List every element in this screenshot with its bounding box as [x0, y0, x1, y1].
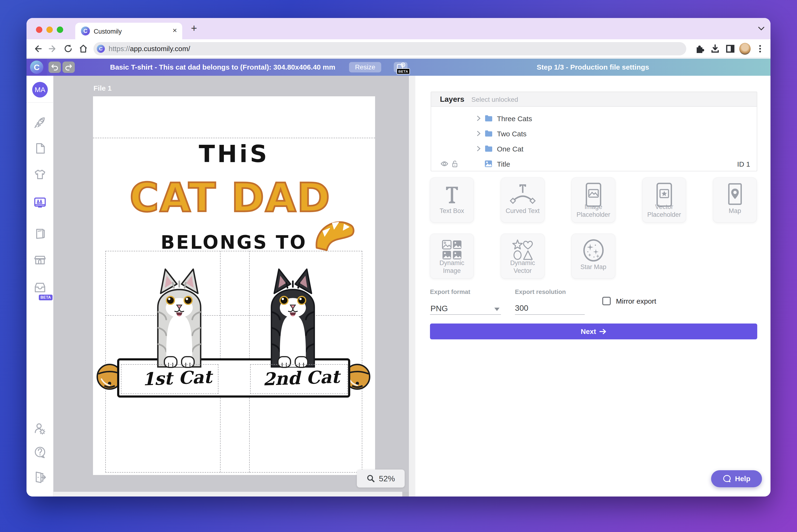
map-icon [725, 183, 744, 207]
tab-search-chevron-icon[interactable] [757, 25, 765, 31]
export-format-label: Export format [430, 288, 470, 296]
maximize-window-button[interactable] [57, 26, 63, 33]
launch-rocket-icon[interactable] [33, 116, 46, 129]
chevron-right-icon[interactable] [476, 130, 482, 136]
avatar-photo [739, 43, 751, 55]
tool-text-box[interactable]: Text Box [430, 177, 474, 223]
tool-dynamic-image[interactable]: Dynamic Image [430, 233, 474, 279]
visibility-eye-icon[interactable] [441, 161, 448, 167]
home-button[interactable] [78, 43, 89, 54]
next-label: Next [581, 327, 596, 336]
curved-text-icon [510, 183, 536, 206]
templates-file-icon[interactable] [33, 142, 46, 155]
cat1-name-placeholder-guide [121, 364, 219, 394]
resize-button[interactable]: Resize [349, 62, 381, 72]
profile-avatar[interactable] [739, 43, 751, 54]
store-icon[interactable] [33, 253, 46, 266]
desktop-background: C Customily × + C [0, 0, 797, 532]
tool-image-placeholder[interactable]: Image Placeholder [571, 177, 615, 223]
layer-label[interactable]: Three Cats [497, 115, 532, 123]
tool-label: Dynamic Vector [502, 259, 543, 275]
layers-panel: Layers Select unlocked Three Cats Two Ca… [431, 92, 757, 171]
tool-dynamic-vector[interactable]: Dynamic Vector [501, 233, 545, 279]
folder-icon [485, 115, 493, 122]
canvas-horizontal-scrollbar[interactable] [54, 492, 415, 496]
account-avatar[interactable]: MA [32, 82, 48, 97]
products-tshirt-icon[interactable] [33, 168, 46, 181]
export-resolution-input[interactable] [515, 302, 585, 315]
browser-tab[interactable]: C Customily × [75, 23, 182, 39]
help-bubble-icon[interactable] [33, 446, 46, 459]
canvas-vertical-scrollbar[interactable] [409, 76, 415, 492]
mirror-export-checkbox[interactable] [602, 297, 611, 305]
unlock-icon[interactable] [452, 160, 458, 168]
new-file-beta-button[interactable]: BETA [394, 62, 407, 72]
catalog-icon[interactable] [33, 227, 46, 240]
browser-tab-bar: C Customily × + [26, 18, 771, 39]
tool-star-map[interactable]: Star Map [571, 233, 615, 279]
folder-icon [485, 130, 493, 137]
guide-line-top [93, 138, 375, 138]
address-bar[interactable]: C https://app.customily.com/ [93, 42, 686, 55]
new-tab-button[interactable]: + [191, 22, 197, 34]
zoom-indicator[interactable]: 52% [357, 470, 405, 488]
tool-vector-placeholder[interactable]: Vector Placeholder [642, 177, 686, 223]
account-settings-icon[interactable] [33, 422, 46, 435]
orders-inbox-icon[interactable] [33, 281, 46, 294]
text-box-icon [441, 183, 463, 206]
tab-title: Customily [94, 28, 122, 35]
artboard[interactable]: THiS CAT DAD BELONGS TO [93, 96, 375, 475]
layer-label[interactable]: One Cat [497, 145, 524, 153]
browser-menu-icon[interactable] [754, 43, 766, 54]
tab-close-icon[interactable]: × [172, 26, 177, 35]
zoom-value: 52% [379, 474, 395, 483]
export-resolution-label: Export resolution [515, 288, 566, 296]
tool-curved-text[interactable]: Curved Text [501, 177, 545, 223]
layer-row-one-cat[interactable]: One Cat [431, 141, 757, 156]
extensions-icon[interactable] [694, 43, 705, 54]
design-editor-icon[interactable] [33, 196, 46, 209]
select-unlocked-hint[interactable]: Select unlocked [471, 96, 518, 103]
arrow-right-icon [600, 328, 607, 335]
refresh-button[interactable] [62, 43, 74, 54]
step-title: Step 1/3 - Production file settings [415, 63, 771, 71]
production-settings-panel: Layers Select unlocked Three Cats Two Ca… [415, 76, 771, 496]
undo-button[interactable] [49, 61, 61, 73]
cat-illustration-gray[interactable] [144, 264, 214, 369]
cat2-name-placeholder-guide [250, 364, 348, 394]
help-button[interactable]: Help [711, 470, 762, 487]
layer-label[interactable]: Two Cats [497, 130, 527, 138]
app-main: MA [26, 76, 771, 496]
back-button[interactable] [32, 43, 43, 54]
layer-row-title[interactable]: Title ID 1 [431, 156, 757, 172]
chevron-right-icon[interactable] [476, 146, 482, 152]
design-text-belongs-to[interactable]: BELONGS TO [105, 232, 362, 253]
close-window-button[interactable] [36, 26, 42, 33]
file-label: File 1 [93, 84, 112, 92]
tool-label: Vector Placeholder [644, 203, 684, 219]
dropdown-caret-icon [494, 308, 499, 311]
forward-button[interactable] [47, 43, 59, 54]
layer-row-three-cats[interactable]: Three Cats [431, 111, 757, 126]
redo-button[interactable] [62, 61, 75, 73]
downloads-icon[interactable] [709, 43, 721, 54]
chevron-right-icon[interactable] [476, 115, 482, 121]
side-panel-icon[interactable] [725, 43, 736, 54]
design-canvas[interactable]: File 1 THiS CAT DAD BELONGS TO [54, 76, 415, 496]
customily-favicon-icon: C [81, 26, 90, 36]
customily-logo[interactable]: C [26, 59, 47, 76]
next-button[interactable]: Next [430, 323, 757, 339]
url-text: https://app.customily.com/ [109, 45, 190, 53]
cat-illustration-black[interactable] [258, 264, 328, 369]
layer-label[interactable]: Title [497, 160, 510, 168]
design-text-this[interactable]: THiS [93, 140, 375, 168]
tool-map[interactable]: Map [713, 177, 757, 223]
export-format-select[interactable]: PNG [430, 302, 501, 315]
image-layer-icon [485, 160, 492, 167]
layers-header: Layers Select unlocked [431, 92, 757, 107]
logout-icon[interactable] [33, 471, 46, 484]
browser-window: C Customily × + C [26, 18, 771, 496]
minimize-window-button[interactable] [46, 26, 53, 33]
design-text-cat-dad[interactable]: CAT DAD [93, 174, 367, 221]
layer-row-two-cats[interactable]: Two Cats [431, 126, 757, 141]
